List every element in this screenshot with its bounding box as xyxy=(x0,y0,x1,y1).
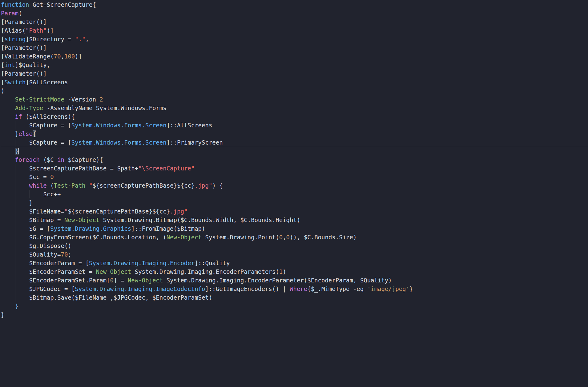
code-token: ( xyxy=(47,182,54,189)
code-token: {$_.MimeType -eq xyxy=(307,285,367,292)
code-line[interactable]: $EncoderParam = [System.Drawing.Imaging.… xyxy=(1,259,588,267)
code-editor[interactable]: function Get-ScreenCapture{Param([Parame… xyxy=(0,0,588,387)
code-token: ]$Quality, xyxy=(15,62,50,68)
code-token: Where xyxy=(290,285,307,292)
code-line[interactable]: $Bitmap = New-Object System.Drawing.Bitm… xyxy=(1,216,588,224)
code-token: 70 xyxy=(61,251,68,258)
code-token: 0 xyxy=(50,174,54,180)
code-line[interactable]: [Alias("Path")] xyxy=(1,26,588,35)
code-token: $JPGCodec = [ xyxy=(1,285,75,292)
code-token: } xyxy=(1,199,33,206)
code-token: $Capture = [ xyxy=(1,122,71,129)
code-token: 70 xyxy=(54,53,61,60)
code-line[interactable]: $cc = 0 xyxy=(1,173,588,181)
code-line[interactable]: $g.Dispose() xyxy=(1,241,588,250)
code-line[interactable]: $FileName="${screenCapturePathBase}${cc}… xyxy=(1,207,588,216)
matched-brace: { xyxy=(33,130,36,137)
code-token: [Parameter()] xyxy=(1,44,47,51)
code-line[interactable]: ) xyxy=(1,86,588,95)
code-line[interactable]: Param( xyxy=(1,9,588,18)
code-token: System.Drawing.Graphics xyxy=(50,225,131,232)
code-line[interactable]: function Get-ScreenCapture{ xyxy=(1,0,588,9)
code-line[interactable]: $Quality=70; xyxy=(1,250,588,259)
code-token: ($C xyxy=(40,156,57,163)
code-token: Switch xyxy=(4,79,26,86)
code-token: $EncoderParamSet = xyxy=(1,268,96,275)
code-line[interactable]: [int]$Quality, xyxy=(1,61,588,69)
code-line[interactable]: $Capture = [System.Windows.Forms.Screen]… xyxy=(1,138,588,147)
code-token: Get-ScreenCapture{ xyxy=(29,1,96,8)
code-token: $cc++ xyxy=(1,191,61,197)
code-token: -AssemblyName System.Windows.Forms xyxy=(43,105,166,111)
code-token: " xyxy=(64,208,68,215)
code-token: )), $C.Bounds.Size) xyxy=(290,234,356,241)
code-line[interactable]: Add-Type -AssemblyName System.Windows.Fo… xyxy=(1,104,588,112)
code-line[interactable]: $EncoderParamSet.Param[0] = New-Object S… xyxy=(1,276,588,285)
code-token: -Version xyxy=(64,96,99,103)
code-token: System.Drawing.Imaging.Encoder xyxy=(89,260,195,266)
code-token: } xyxy=(1,303,18,309)
code-token: ${screenCapturePathBase}${cc} xyxy=(68,208,170,215)
code-token: Test-Path xyxy=(54,182,86,189)
code-token: [ xyxy=(1,79,4,86)
code-line[interactable]: $EncoderParamSet = New-Object System.Dra… xyxy=(1,267,588,276)
code-token: $screenCapturePathBase = $path+ xyxy=(1,165,138,172)
code-token: .jpg" xyxy=(195,182,212,189)
code-token: ( xyxy=(18,10,22,17)
code-token: New-Object xyxy=(128,277,163,284)
code-line[interactable]: foreach ($C in $Capture){ xyxy=(1,155,588,164)
code-token: int xyxy=(4,62,15,68)
code-token: $Capture = [ xyxy=(1,139,71,146)
code-line[interactable]: $G.CopyFromScreen($C.Bounds.Location, (N… xyxy=(1,233,588,241)
code-line[interactable]: if ($AllScreens){ xyxy=(1,112,588,121)
code-token: function xyxy=(1,1,29,8)
code-token: $Capture){ xyxy=(64,156,103,163)
code-token: System.Drawing.Imaging.ImageCodecInfo xyxy=(75,285,205,292)
code-line[interactable]: } xyxy=(1,302,588,310)
code-token xyxy=(1,113,15,120)
code-token: } xyxy=(1,311,4,318)
code-line[interactable]: [string]$Directory = ".", xyxy=(1,35,588,43)
code-token: ($AllScreens){ xyxy=(22,113,75,120)
code-token: 0 xyxy=(286,234,290,241)
code-token: $Bitmap.Save($FileName ,$JPGCodec, $Enco… xyxy=(1,294,212,301)
code-token: ] = xyxy=(114,277,128,284)
code-token: while xyxy=(29,182,47,189)
code-token: New-Object xyxy=(64,217,99,223)
code-line[interactable]: [Switch]$AllScreens xyxy=(1,78,588,86)
code-line[interactable]: } xyxy=(1,198,588,207)
matched-brace: } xyxy=(15,148,18,154)
code-line[interactable]: $cc++ xyxy=(1,190,588,198)
code-token: [ xyxy=(1,36,4,42)
code-token: ]$AllScreens xyxy=(26,79,68,86)
code-line[interactable]: } xyxy=(1,310,588,319)
code-line[interactable]: Set-StrictMode -Version 2 xyxy=(1,95,588,104)
code-token: ]::GetImageEncoders() | xyxy=(205,285,290,292)
code-line[interactable]: [Parameter()] xyxy=(1,43,588,52)
code-token: ]$Directory = xyxy=(26,36,75,42)
code-token: else xyxy=(18,130,33,137)
code-token: $FileName= xyxy=(1,208,64,215)
code-line[interactable]: [Parameter()] xyxy=(1,18,588,26)
code-line[interactable]: $JPGCodec = [System.Drawing.Imaging.Imag… xyxy=(1,285,588,293)
code-token: [Parameter()] xyxy=(1,70,47,77)
code-line[interactable]: $Bitmap.Save($FileName ,$JPGCodec, $Enco… xyxy=(1,293,588,302)
code-line[interactable]: } xyxy=(1,147,588,155)
code-line[interactable]: [ValidateRange(70,100)] xyxy=(1,52,588,61)
code-line[interactable]: $screenCapturePathBase = $path+"\ScreenC… xyxy=(1,164,588,173)
code-token: 0 xyxy=(279,234,283,241)
code-line[interactable]: [Parameter()] xyxy=(1,69,588,78)
code-token: ) xyxy=(1,87,4,94)
code-token: ]::FromImage($Bitmap) xyxy=(131,225,205,232)
code-token: .jpg" xyxy=(170,208,187,215)
code-token: $cc = xyxy=(1,174,50,180)
code-line[interactable]: $Capture = [System.Windows.Forms.Screen]… xyxy=(1,121,588,130)
code-line[interactable]: while (Test-Path "${screenCapturePathBas… xyxy=(1,181,588,190)
code-token xyxy=(1,182,29,189)
code-token: if xyxy=(15,113,22,120)
code-line[interactable]: }else{ xyxy=(1,130,588,138)
code-token: System.Drawing.Bitmap($C.Bounds.Width, $… xyxy=(99,217,300,223)
code-token: Set-StrictMode xyxy=(15,96,64,103)
code-token xyxy=(86,182,89,189)
code-line[interactable]: $G = [System.Drawing.Graphics]::FromImag… xyxy=(1,224,588,233)
